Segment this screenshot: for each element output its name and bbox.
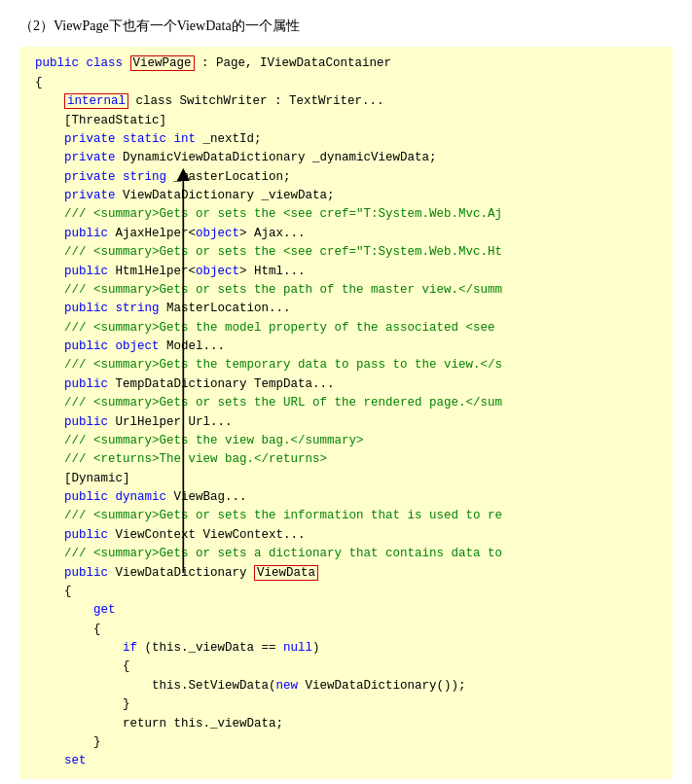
section2-heading-text: （2）ViewPage下也有一个ViewData的一个属性 <box>19 18 300 33</box>
code-line-29: { <box>35 583 663 601</box>
code-line-14: public string MasterLocation... <box>35 300 663 318</box>
code-line-2: { <box>35 74 663 92</box>
code-line-7: private string _masterLocation; <box>35 168 663 187</box>
code-line-32: if (this._viewData == null) <box>35 639 663 658</box>
section2-heading: （2）ViewPage下也有一个ViewData的一个属性 <box>19 16 673 37</box>
code-line-38: set <box>35 752 663 770</box>
code-line-6: private DynamicViewDataDictionary _dynam… <box>35 149 663 167</box>
code-line-36: return this._viewData; <box>35 715 663 733</box>
code-line-10: public AjaxHelper<object> Ajax... <box>35 225 663 243</box>
code-line-28: public ViewDataDictionary ViewData <box>35 564 663 583</box>
code-line-15: /// <summary>Gets the model property of … <box>35 319 663 338</box>
code-line-24: public dynamic ViewBag... <box>35 488 663 507</box>
code-line-11: /// <summary>Gets or sets the <see cref=… <box>35 243 663 262</box>
code-block: public class ViewPage : Page, IViewDataC… <box>19 47 673 778</box>
code-line-3: internal class SwitchWriter : TextWriter… <box>35 92 663 111</box>
code-line-8: private ViewDataDictionary _viewData; <box>35 187 663 205</box>
code-line-16: public object Model... <box>35 338 663 356</box>
code-line-30: get <box>35 601 663 620</box>
code-line-12: public HtmlHelper<object> Html... <box>35 263 663 281</box>
code-line-20: public UrlHelper Url... <box>35 413 663 432</box>
code-line-25: /// <summary>Gets or sets the informatio… <box>35 507 663 525</box>
code-line-22: /// <returns>The view bag.</returns> <box>35 450 663 469</box>
page-container: （2）ViewPage下也有一个ViewData的一个属性 public cla… <box>0 0 692 784</box>
code-line-4: [ThreadStatic] <box>35 112 663 130</box>
code-line-17: /// <summary>Gets the temporary data to … <box>35 356 663 374</box>
code-line-33: { <box>35 658 663 676</box>
code-line-31: { <box>35 621 663 639</box>
code-line-26: public ViewContext ViewContext... <box>35 526 663 545</box>
code-line-13: /// <summary>Gets or sets the path of th… <box>35 281 663 300</box>
code-line-37: } <box>35 733 663 752</box>
code-line-5: private static int _nextId; <box>35 130 663 149</box>
code-line-21: /// <summary>Gets the view bag.</summary… <box>35 432 663 450</box>
code-line-18: public TempDataDictionary TempData... <box>35 375 663 394</box>
code-line-1: public class ViewPage : Page, IViewDataC… <box>35 54 663 73</box>
code-line-23: [Dynamic] <box>35 470 663 488</box>
code-line-27: /// <summary>Gets or sets a dictionary t… <box>35 545 663 563</box>
code-line-34: this.SetViewData(new ViewDataDictionary(… <box>35 677 663 695</box>
code-line-9: /// <summary>Gets or sets the <see cref=… <box>35 205 663 224</box>
code-line-35: } <box>35 695 663 714</box>
code-line-19: /// <summary>Gets or sets the URL of the… <box>35 394 663 412</box>
